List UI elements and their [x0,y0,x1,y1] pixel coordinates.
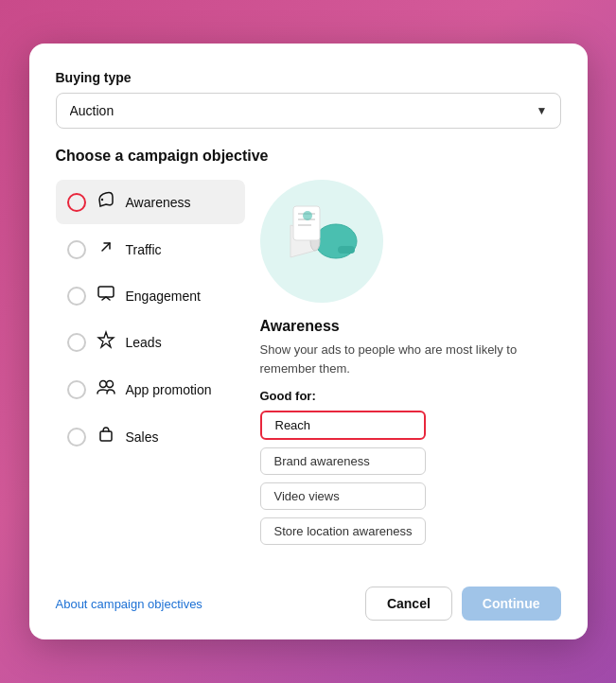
tag-store-location-awareness[interactable]: Store location awareness [260,517,427,545]
app-promotion-icon [96,377,116,402]
objective-item-app-promotion[interactable]: App promotion [56,367,245,412]
tags-list: Reach Brand awareness Video views Store … [260,411,427,545]
tag-video-views[interactable]: Video views [260,482,427,510]
radio-sales[interactable] [67,428,86,447]
radio-leads[interactable] [67,333,86,352]
about-campaign-objectives-link[interactable]: About campaign objectives [56,597,202,611]
radio-app-promotion[interactable] [67,380,86,399]
svg-point-3 [99,381,106,388]
continue-button[interactable]: Continue [462,587,561,621]
radio-awareness[interactable] [67,193,86,212]
svg-rect-5 [100,431,112,441]
detail-description: Show your ads to people who are most lik… [260,341,561,377]
objective-label-app-promotion: App promotion [126,382,212,397]
campaign-content: Awareness Traffic [56,180,561,545]
buying-type-section: Buying type Auction Reach & Frequency Re… [56,70,561,129]
radio-traffic[interactable] [67,240,86,259]
detail-panel: Awareness Show your ads to people who ar… [260,180,561,545]
buying-type-label: Buying type [56,70,561,85]
objective-label-leads: Leads [126,335,162,350]
section-title: Choose a campaign objective [56,148,561,165]
svg-rect-1 [98,287,114,297]
objective-item-leads[interactable]: Leads [56,321,245,363]
objective-item-sales[interactable]: Sales [56,415,245,458]
svg-point-0 [100,199,102,201]
objective-item-engagement[interactable]: Engagement [56,274,245,317]
objective-label-engagement: Engagement [126,289,201,304]
campaign-modal: Buying type Auction Reach & Frequency Re… [29,44,588,639]
engagement-icon [96,284,116,307]
buying-type-dropdown-wrapper: Auction Reach & Frequency Reservation ▼ [56,93,561,129]
svg-rect-8 [338,246,355,254]
objectives-list: Awareness Traffic [56,180,245,545]
traffic-icon [96,237,116,261]
sales-icon [96,425,116,448]
radio-engagement[interactable] [67,287,86,306]
detail-title: Awareness [260,318,340,335]
awareness-illustration [260,180,383,303]
footer-buttons: Cancel Continue [365,587,561,621]
awareness-icon [96,189,116,215]
objective-item-awareness[interactable]: Awareness [56,180,245,224]
tag-reach[interactable]: Reach [260,411,427,440]
good-for-label: Good for: [260,389,316,403]
svg-point-4 [106,381,113,388]
leads-icon [96,330,116,354]
objective-label-sales: Sales [126,429,159,445]
cancel-button[interactable]: Cancel [365,587,452,621]
modal-footer: About campaign objectives Cancel Continu… [56,571,561,621]
objective-label-awareness: Awareness [126,195,191,210]
svg-marker-2 [98,332,114,347]
tag-brand-awareness[interactable]: Brand awareness [260,447,427,475]
svg-point-13 [303,211,312,220]
buying-type-select[interactable]: Auction Reach & Frequency Reservation [56,93,561,129]
objective-item-traffic[interactable]: Traffic [56,228,245,271]
objective-label-traffic: Traffic [126,242,162,257]
